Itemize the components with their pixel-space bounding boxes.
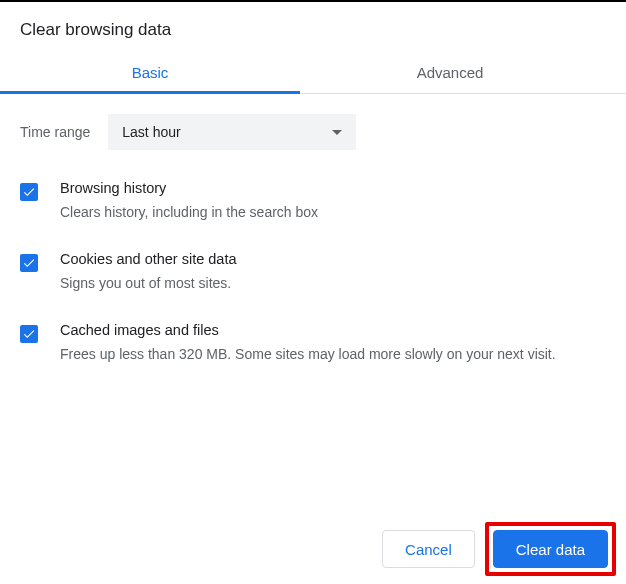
chevron-down-icon xyxy=(332,130,342,135)
time-range-label: Time range xyxy=(20,124,90,140)
option-desc: Signs you out of most sites. xyxy=(60,273,237,294)
time-range-select[interactable]: Last hour xyxy=(108,114,356,150)
tab-advanced-label: Advanced xyxy=(417,64,484,81)
clear-data-button[interactable]: Clear data xyxy=(493,530,608,568)
highlight-annotation: Clear data xyxy=(485,522,616,576)
option-cookies: Cookies and other site data Signs you ou… xyxy=(20,251,606,294)
option-desc: Clears history, including in the search … xyxy=(60,202,318,223)
option-title: Cookies and other site data xyxy=(60,251,237,267)
checkbox-cache[interactable] xyxy=(20,325,38,343)
clear-browsing-data-dialog: Clear browsing data Basic Advanced Time … xyxy=(0,0,626,584)
option-text: Cached images and files Frees up less th… xyxy=(60,322,556,365)
time-range-value: Last hour xyxy=(122,124,180,140)
time-range-row: Time range Last hour xyxy=(20,114,606,150)
check-icon xyxy=(22,185,36,199)
checkbox-cookies[interactable] xyxy=(20,254,38,272)
cancel-button[interactable]: Cancel xyxy=(382,530,475,568)
checkbox-browsing-history[interactable] xyxy=(20,183,38,201)
dialog-title: Clear browsing data xyxy=(0,2,626,50)
option-text: Cookies and other site data Signs you ou… xyxy=(60,251,237,294)
option-browsing-history: Browsing history Clears history, includi… xyxy=(20,180,606,223)
option-text: Browsing history Clears history, includi… xyxy=(60,180,318,223)
tab-bar: Basic Advanced xyxy=(0,50,626,94)
tab-advanced[interactable]: Advanced xyxy=(300,50,600,93)
check-icon xyxy=(22,256,36,270)
option-desc: Frees up less than 320 MB. Some sites ma… xyxy=(60,344,556,365)
tab-basic[interactable]: Basic xyxy=(0,50,300,93)
dialog-footer: Cancel Clear data xyxy=(382,522,616,576)
tab-basic-label: Basic xyxy=(132,64,169,81)
check-icon xyxy=(22,327,36,341)
dialog-body: Time range Last hour Browsing history Cl… xyxy=(0,94,626,365)
cancel-button-label: Cancel xyxy=(405,541,452,558)
clear-data-button-label: Clear data xyxy=(516,541,585,558)
option-cache: Cached images and files Frees up less th… xyxy=(20,322,606,365)
option-title: Browsing history xyxy=(60,180,318,196)
option-title: Cached images and files xyxy=(60,322,556,338)
